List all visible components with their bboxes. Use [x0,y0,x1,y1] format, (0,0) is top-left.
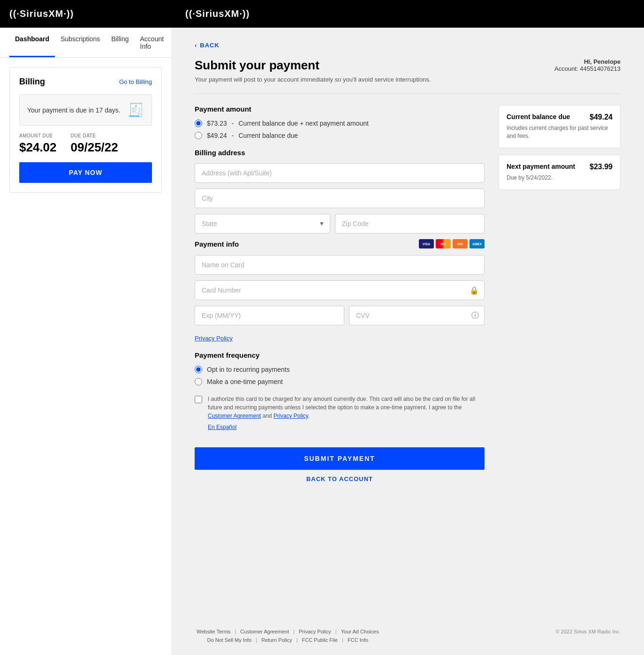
back-link[interactable]: ‹ BACK [195,42,621,49]
pay-now-button[interactable]: PAY NOW [19,162,152,183]
siriusxm-logo-left: ((·SiriusXM·)) [9,8,162,19]
form-section: Payment amount $73.23 - Current balance … [195,105,485,488]
footer-links-block: Website Terms | Customer Agreement | Pri… [195,629,381,646]
page-title: Submit your payment [195,58,319,73]
customer-agreement-link[interactable]: Customer Agreement [208,413,261,419]
main-layout: Payment amount $73.23 - Current balance … [195,105,621,488]
go-to-billing-link[interactable]: Go to Billing [119,78,152,85]
auth-privacy-policy-link[interactable]: Privacy Policy [273,413,308,419]
frequency-option2[interactable]: Make a one-time payment [195,378,485,385]
payment-option2-desc: Current balance due [239,132,298,139]
footer-ad-choices[interactable]: Your Ad Choices [341,629,379,634]
back-chevron-icon: ‹ [195,42,197,49]
nav-subscriptions[interactable]: Subscriptions [55,28,106,57]
divider [195,93,621,94]
footer-fcc-info[interactable]: FCC Info [348,637,368,643]
due-date-label: DUE DATE [71,133,118,138]
amount-due-label: AMOUNT DUE [19,133,57,138]
left-panel: ((·SiriusXM·)) Dashboard Subscriptions B… [0,0,171,655]
page-subtitle: Your payment will post to your account i… [195,75,621,84]
city-group [195,188,485,208]
nav-account-info[interactable]: Account Info [135,28,170,57]
siriusxm-logo-right: ((·SiriusXM·)) [185,8,630,19]
right-content: ‹ BACK Submit your payment Hi, Penelope … [171,28,644,612]
payment-option2-sep: - [232,132,234,139]
name-on-card-group [195,255,485,275]
back-label: BACK [200,42,220,49]
billing-title: Billing [19,77,45,87]
address-group [195,163,485,183]
billing-address-title: Billing address [195,149,485,157]
footer: Website Terms | Customer Agreement | Pri… [171,612,644,655]
lock-icon: 🔒 [470,286,479,295]
auth-text-part1: I authorize this card to be charged for … [208,396,475,411]
current-balance-label: Current balance due [507,113,570,120]
en-espanol-link[interactable]: En Español [208,423,485,431]
privacy-policy-link[interactable]: Privacy Policy [195,335,233,342]
user-account: Account: 445514076213 [554,65,621,72]
payment-option1-value: $73.23 [207,120,227,127]
cvv-wrapper: ⓘ [349,306,485,325]
payment-frequency-group: Opt in to recurring payments Make a one-… [195,366,485,385]
payment-option2-radio[interactable] [195,132,202,139]
user-info: Hi, Penelope Account: 445514076213 [554,58,621,72]
footer-copyright: © 2022 Sirius XM Radio Inc. [556,629,621,634]
authorization-checkbox[interactable] [195,396,202,403]
payment-option1-radio[interactable] [195,120,202,127]
footer-fcc-public[interactable]: FCC Public File [302,637,338,643]
zip-input[interactable] [335,214,485,233]
payment-frequency-title: Payment frequency [195,351,485,359]
frequency-option1-label: Opt in to recurring payments [207,366,290,373]
card-number-input[interactable] [195,280,485,300]
payment-option2[interactable]: $49.24 - Current balance due [195,132,485,139]
frequency-option1-radio[interactable] [195,366,202,373]
card-number-group: 🔒 [195,280,485,300]
exp-input[interactable] [195,306,344,325]
due-date-value: 09/25/22 [71,140,118,155]
name-on-card-input[interactable] [195,255,485,275]
authorization-text: I authorize this card to be charged for … [208,395,485,431]
payment-info-title: Payment info [195,240,239,248]
authorization-row: I authorize this card to be charged for … [195,395,485,431]
card-icons: VISA MC DIS AMEX [419,239,485,248]
footer-links-row1: Website Terms | Customer Agreement | Pri… [195,629,381,634]
nav-billing[interactable]: Billing [106,28,134,57]
payment-due-box: Your payment is due in 17 days. 🧾 [19,94,152,126]
submit-payment-button[interactable]: SUBMIT PAYMENT [195,447,485,470]
state-select[interactable]: State ALAKAZCA COFLGANY TX [195,214,330,233]
footer-privacy-policy[interactable]: Privacy Policy [299,629,331,634]
payment-option1-sep: - [232,120,234,127]
visa-icon: VISA [419,239,434,248]
address-input[interactable] [195,163,485,183]
payment-option2-value: $49.24 [207,132,227,139]
nav-dashboard[interactable]: Dashboard [9,28,55,57]
discover-icon: DIS [453,239,468,248]
billing-section: Billing Go to Billing Your payment is du… [9,67,162,193]
next-payment-desc: Due by 5/24/2022. [507,174,613,182]
left-header: ((·SiriusXM·)) [0,0,171,28]
next-payment-header: Next payment amount $23.99 [507,163,613,171]
payment-amount-group: $73.23 - Current balance due + next paym… [195,120,485,139]
frequency-option1[interactable]: Opt in to recurring payments [195,366,485,373]
footer-website-terms[interactable]: Website Terms [197,629,230,634]
cvv-input[interactable] [349,306,485,325]
footer-links-row2: Do Not Sell My Info | Return Policy | FC… [195,637,381,643]
mastercard-icon: MC [436,239,451,248]
amount-row: AMOUNT DUE $24.02 DUE DATE 09/25/22 [19,133,152,155]
payment-option1[interactable]: $73.23 - Current balance due + next paym… [195,120,485,127]
frequency-option2-radio[interactable] [195,378,202,385]
footer-do-not-sell[interactable]: Do Not Sell My Info [207,637,252,643]
frequency-option2-label: Make a one-time payment [207,378,283,385]
user-greeting: Hi, Penelope [554,58,621,65]
footer-customer-agreement[interactable]: Customer Agreement [240,629,289,634]
summary-section: Current balance due $49.24 Includes curr… [499,105,621,488]
footer-return-policy[interactable]: Return Policy [261,637,292,643]
current-balance-header: Current balance due $49.24 [507,113,613,121]
left-nav: Dashboard Subscriptions Billing Account … [0,28,171,58]
next-payment-card: Next payment amount $23.99 Due by 5/24/2… [499,155,621,190]
current-balance-desc: Includes current charges for past servic… [507,124,613,140]
back-to-account-button[interactable]: BACK TO ACCOUNT [195,470,485,488]
question-icon: ⓘ [471,311,479,321]
exp-cvv-group: ⓘ [195,306,485,325]
city-input[interactable] [195,188,485,208]
